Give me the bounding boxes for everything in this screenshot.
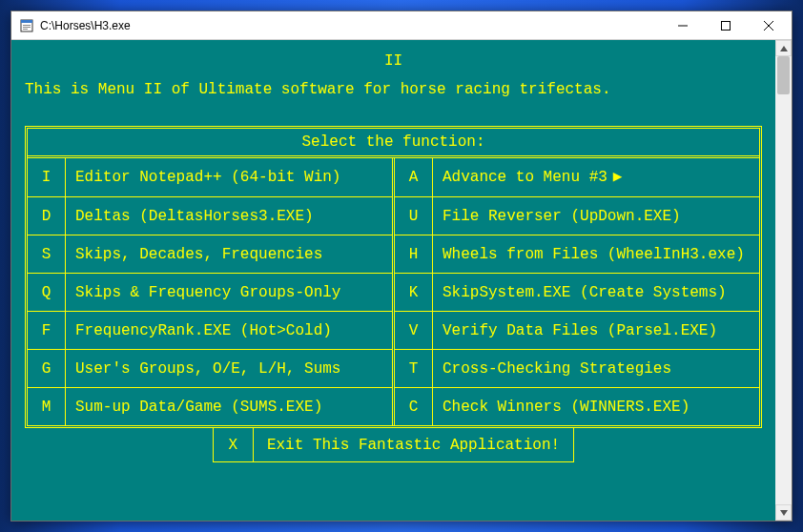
menu-item-key: U — [395, 197, 433, 235]
titlebar: C:\Horses\H3.exe — [11, 11, 792, 40]
menu-item-key: X — [214, 428, 254, 461]
svg-rect-6 — [721, 21, 730, 30]
menu-column-left: I Editor Notepad++ (64-bit Win) D Deltas… — [28, 158, 392, 425]
menu-item-key: D — [28, 197, 66, 235]
menu-item-i[interactable]: I Editor Notepad++ (64-bit Win) — [28, 158, 392, 196]
menu-item-key: A — [395, 158, 433, 196]
maximize-button[interactable] — [704, 12, 747, 39]
menu-item-desc: Verify Data Files (Parsel.EXE) — [433, 312, 759, 349]
svg-rect-2 — [23, 25, 31, 26]
menu-item-desc: Editor Notepad++ (64-bit Win) — [66, 158, 392, 196]
menu-item-desc: Skips, Decades, Frequencies — [66, 235, 392, 273]
menu-item-desc: SkipSystem.EXE (Create Systems) — [433, 274, 759, 311]
menu-item-desc: FrequencyRank.EXE (Hot>Cold) — [66, 312, 392, 349]
menu-item-key: G — [28, 350, 66, 387]
menu-item-desc: Cross-Checking Strategies — [433, 350, 759, 387]
arrow-right-icon: ▶ — [613, 168, 623, 187]
console-content: II This is Menu II of Ultimate software … — [11, 40, 775, 521]
svg-marker-9 — [780, 46, 788, 51]
close-button[interactable] — [747, 12, 790, 39]
menu-item-q[interactable]: Q Skips & Frequency Groups-Only — [28, 273, 392, 311]
menu-item-t[interactable]: T Cross-Checking Strategies — [395, 349, 759, 387]
scroll-up-button[interactable] — [775, 40, 792, 56]
menu-number: II — [25, 51, 762, 71]
menu-item-key: V — [395, 312, 433, 349]
menu-item-x[interactable]: X Exit This Fantastic Application! — [213, 428, 574, 462]
app-window: C:\Horses\H3.exe II This is Menu II of U… — [10, 10, 793, 522]
menu-item-h[interactable]: H Wheels from Files (WheelInH3.exe) — [395, 235, 759, 273]
menu-item-key: S — [28, 235, 66, 273]
menu-item-desc: Wheels from Files (WheelInH3.exe) — [433, 235, 759, 273]
menu-item-f[interactable]: F FrequencyRank.EXE (Hot>Cold) — [28, 311, 392, 349]
scroll-track[interactable] — [775, 56, 792, 504]
menu-box: Select the function: I Editor Notepad++ … — [25, 126, 762, 428]
menu-item-key: F — [28, 312, 66, 349]
menu-item-desc: Check Winners (WINNERS.EXE) — [433, 388, 759, 425]
menu-item-a[interactable]: A Advance to Menu #3 ▶ — [395, 158, 759, 196]
menu-item-key: T — [395, 350, 433, 387]
menu-item-u[interactable]: U File Reverser (UpDown.EXE) — [395, 196, 759, 235]
menu-item-key: I — [28, 158, 66, 196]
menu-item-key: Q — [28, 274, 66, 311]
menu-item-desc: Exit This Fantastic Application! — [254, 428, 573, 461]
svg-rect-3 — [23, 27, 31, 28]
console-area: II This is Menu II of Ultimate software … — [11, 40, 792, 521]
menu-item-key: H — [395, 235, 433, 273]
menu-item-m[interactable]: M Sum-up Data/Game (SUMS.EXE) — [28, 387, 392, 425]
menu-item-key: C — [395, 388, 433, 425]
menu-item-desc: Advance to Menu #3 ▶ — [433, 158, 759, 196]
menu-item-desc: Skips & Frequency Groups-Only — [66, 274, 392, 311]
exit-row: X Exit This Fantastic Application! — [25, 428, 762, 462]
vertical-scrollbar[interactable] — [775, 40, 792, 521]
svg-rect-1 — [21, 20, 32, 23]
scroll-down-button[interactable] — [775, 504, 792, 521]
menu-item-key: K — [395, 274, 433, 311]
menu-item-desc: File Reverser (UpDown.EXE) — [433, 197, 759, 235]
menu-item-desc: Sum-up Data/Game (SUMS.EXE) — [66, 388, 392, 425]
menu-item-v[interactable]: V Verify Data Files (Parsel.EXE) — [395, 311, 759, 349]
minimize-button[interactable] — [661, 12, 704, 39]
intro-text: This is Menu II of Ultimate software for… — [25, 80, 762, 99]
svg-rect-4 — [23, 29, 28, 30]
svg-marker-10 — [780, 510, 788, 516]
menu-item-c[interactable]: C Check Winners (WINNERS.EXE) — [395, 387, 759, 425]
menu-item-g[interactable]: G User's Groups, O/E, L/H, Sums — [28, 349, 392, 387]
menu-header: Select the function: — [28, 129, 759, 158]
menu-item-desc-text: Advance to Menu #3 — [443, 168, 607, 187]
menu-item-s[interactable]: S Skips, Decades, Frequencies — [28, 235, 392, 273]
app-icon — [19, 18, 34, 33]
menu-item-key: M — [28, 388, 66, 425]
menu-column-right: A Advance to Menu #3 ▶ U File Reverser (… — [392, 158, 759, 425]
scroll-thumb[interactable] — [777, 56, 790, 94]
window-title: C:\Horses\H3.exe — [40, 19, 131, 32]
menu-item-desc: Deltas (DeltasHorses3.EXE) — [66, 197, 392, 235]
menu-item-desc: User's Groups, O/E, L/H, Sums — [66, 350, 392, 387]
menu-columns: I Editor Notepad++ (64-bit Win) D Deltas… — [28, 158, 759, 425]
menu-item-d[interactable]: D Deltas (DeltasHorses3.EXE) — [28, 196, 392, 235]
menu-item-k[interactable]: K SkipSystem.EXE (Create Systems) — [395, 273, 759, 311]
